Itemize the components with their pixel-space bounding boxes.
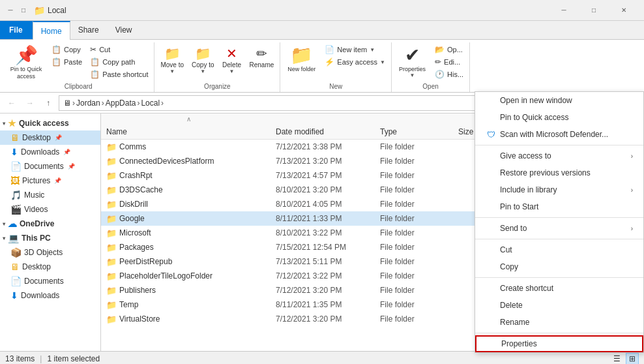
folder-icon: 📁 (106, 185, 117, 195)
file-type-cell: File folder (377, 314, 456, 324)
forward-button[interactable]: → (22, 95, 38, 111)
context-menu-divider (475, 145, 643, 145)
file-type-cell: File folder (377, 300, 456, 309)
context-menu-item-cut[interactable]: Cut (475, 241, 643, 258)
copy-icon: 📋 (51, 45, 61, 54)
open-buttons: ✔ Properties ▼ 📂 Op... ✏ Edi... 🕐 (394, 42, 467, 82)
context-menu-divider (475, 277, 643, 278)
paste-shortcut-icon: 📋 (90, 70, 100, 79)
open-item-button[interactable]: 📂 Op... (432, 44, 467, 55)
context-menu-item-open-new-window[interactable]: Open in new window (475, 92, 643, 109)
file-name-cell: 📁 ConnectedDevicesPlatform (104, 157, 273, 166)
new-item-button[interactable]: 📄 New item ▼ (321, 44, 388, 55)
properties-button[interactable]: ✔ Properties ▼ (394, 44, 430, 80)
context-menu: Open in new windowPin to Quick access🛡Sc… (475, 91, 644, 353)
ctx-label: Pin to Start (500, 202, 538, 211)
move-icon: 📁 (164, 46, 181, 61)
context-menu-item-give-access[interactable]: Give access to› (475, 147, 643, 164)
tab-file[interactable]: File (0, 21, 33, 39)
cut-button[interactable]: ✂ Cut (87, 44, 151, 55)
ribbon-group-clipboard: 📌 Pin to Quick access 📋 Copy 📋 Paste (3, 42, 154, 92)
copy-button[interactable]: 📋 Copy (48, 44, 85, 55)
sidebar-thispc-header[interactable]: ▾ 💻 This PC (0, 231, 100, 245)
close-button[interactable]: ✕ (609, 0, 639, 21)
ribbon-content: 📌 Pin to Quick access 📋 Copy 📋 Paste (0, 39, 644, 92)
downloads-pc-label: Downloads (21, 291, 59, 300)
back-button[interactable]: ← (4, 95, 20, 111)
file-name-cell: 📁 Microsoft (104, 228, 273, 238)
easy-access-button[interactable]: ⚡ Easy access ▼ (321, 56, 388, 68)
sidebar-item-desktop-pc[interactable]: 🖥 Desktop (0, 260, 100, 274)
ctx-label: Pin to Quick access (500, 113, 568, 122)
desktop-folder-icon: 🖥 (10, 132, 20, 143)
edit-button[interactable]: ✏ Edi... (432, 56, 467, 68)
folder-icon: 📁 (106, 214, 117, 224)
context-menu-item-pin-quick-access[interactable]: Pin to Quick access (475, 109, 643, 126)
ribbon-tabs: File Home Share View (0, 21, 644, 39)
easy-access-icon: ⚡ (325, 57, 334, 67)
pin-icon: 📌 (15, 46, 38, 66)
address-path[interactable]: 🖥 › Jordan › AppData › Local › (59, 95, 528, 111)
status-bar: 13 items | 1 item selected ☰ ⊞ (0, 351, 644, 364)
context-menu-item-rename[interactable]: Rename (475, 314, 643, 331)
sidebar-item-documents-quick[interactable]: 📄 Documents 📌 (0, 159, 100, 174)
thispc-icon: 💻 (8, 233, 19, 243)
up-button[interactable]: ↑ (40, 95, 56, 111)
ctx-label: Open in new window (500, 96, 572, 105)
ctx-label: Copy (500, 262, 518, 271)
sidebar-item-documents-pc[interactable]: 📄 Documents (0, 274, 100, 288)
pictures-pin-icon: 📌 (54, 177, 61, 184)
copy-to-button[interactable]: 📁 Copy to ▼ (188, 44, 217, 76)
documents-folder-icon: 📄 (10, 161, 22, 172)
sidebar-item-downloads-pc[interactable]: ⬇ Downloads (0, 288, 100, 303)
ctx-label: Give access to (500, 151, 551, 160)
sidebar-item-music[interactable]: 🎵 Music (0, 188, 100, 202)
context-menu-item-send-to[interactable]: Send to› (475, 220, 643, 237)
col-header-date[interactable]: Date modified (273, 124, 377, 139)
minimize-button[interactable]: ─ (549, 0, 579, 21)
desktop-quick-label: Desktop (22, 133, 51, 142)
organize-buttons: 📁 Move to ▼ 📁 Copy to ▼ ✕ Delete ▼ ✏ Ren… (157, 42, 277, 82)
restore-icon: □ (18, 5, 29, 16)
sidebar-quick-access-header[interactable]: ▾ ★ Quick access (0, 116, 100, 130)
details-view-button[interactable]: ☰ (610, 353, 623, 364)
context-menu-item-include-library[interactable]: Include in library› (475, 181, 643, 198)
col-header-type[interactable]: Type (377, 124, 456, 139)
context-menu-item-pin-start[interactable]: Pin to Start (475, 198, 643, 215)
tab-share[interactable]: Share (70, 21, 108, 39)
thispc-label: This PC (22, 234, 51, 243)
large-icons-view-button[interactable]: ⊞ (626, 353, 639, 364)
new-folder-button[interactable]: 📁 New folder (283, 44, 320, 74)
history-button[interactable]: 🕐 His... (432, 68, 467, 80)
sidebar-item-downloads-quick[interactable]: ⬇ Downloads 📌 (0, 145, 100, 159)
rename-button[interactable]: ✏ Rename (246, 44, 278, 70)
file-name-cell: 📁 VirtualStore (104, 314, 273, 324)
sidebar-onedrive-header[interactable]: ▾ ☁ OneDrive (0, 217, 100, 231)
sidebar-item-desktop-quick[interactable]: 🖥 Desktop 📌 (0, 130, 100, 145)
maximize-button[interactable]: □ (579, 0, 609, 21)
context-menu-item-restore-versions[interactable]: Restore previous versions (475, 164, 643, 181)
file-type-cell: File folder (377, 142, 456, 151)
context-menu-item-scan-defender[interactable]: 🛡Scan with Microsoft Defender... (475, 126, 643, 143)
col-header-name[interactable]: Name (104, 124, 273, 139)
paste-button[interactable]: 📋 Paste (48, 56, 85, 68)
quick-access-label: Quick access (19, 119, 69, 128)
tab-home[interactable]: Home (33, 21, 70, 40)
tab-view[interactable]: View (108, 21, 141, 39)
context-menu-item-create-shortcut[interactable]: Create shortcut (475, 280, 643, 297)
file-type-cell: File folder (377, 171, 456, 180)
copy-path-button[interactable]: 📋 Copy path (87, 56, 151, 68)
ctx-label: Restore previous versions (500, 168, 591, 177)
context-menu-item-copy[interactable]: Copy (475, 258, 643, 275)
sidebar-item-3d-objects[interactable]: 📦 3D Objects (0, 245, 100, 260)
sidebar-item-pictures-quick[interactable]: 🖼 Pictures 📌 (0, 174, 100, 188)
folder-icon: 📁 (106, 171, 117, 181)
sidebar-item-videos[interactable]: 🎬 Videos (0, 202, 100, 217)
move-to-button[interactable]: 📁 Move to ▼ (157, 44, 187, 76)
file-name-cell: 📁 Publishers (104, 286, 273, 296)
pin-to-quick-access-button[interactable]: 📌 Pin to Quick access (5, 44, 47, 82)
context-menu-item-properties[interactable]: Properties (475, 335, 643, 352)
context-menu-item-delete[interactable]: Delete (475, 297, 643, 314)
delete-button[interactable]: ✕ Delete ▼ (219, 44, 245, 76)
paste-shortcut-button[interactable]: 📋 Paste shortcut (87, 68, 151, 80)
